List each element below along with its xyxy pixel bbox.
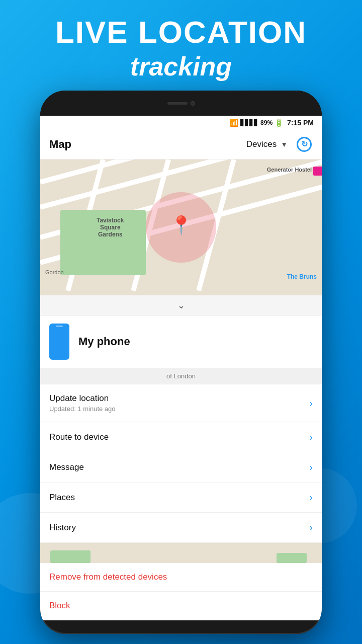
- remove-device-label: Remove from detected devices: [49, 572, 167, 582]
- device-card: My phone: [40, 315, 322, 368]
- phone-frame: 📶 ▋▋▋▋ 89% 🔋 7:15 PM Map Devices ▼ ↻: [40, 91, 322, 634]
- battery-percent: 89%: [260, 119, 273, 126]
- dropdown-arrow-icon[interactable]: ▼: [281, 140, 288, 148]
- chevron-right-icon: ›: [309, 397, 313, 409]
- remove-device-item[interactable]: Remove from detected devices: [40, 563, 322, 592]
- places-label: Places: [49, 493, 75, 503]
- location-text: of London: [166, 372, 196, 380]
- update-location-sub: Updated: 1 minute ago: [49, 405, 116, 413]
- message-label: Message: [49, 462, 84, 472]
- devices-label: Devices: [246, 139, 277, 149]
- app-bar-right: Devices ▼ ↻: [246, 136, 313, 153]
- map-label-brunst: The Bruns: [287, 273, 317, 280]
- map-pink-badge: [313, 167, 322, 176]
- history-label: History: [49, 523, 76, 533]
- device-phone-icon: [49, 324, 69, 360]
- block-item[interactable]: Block: [40, 592, 322, 620]
- status-bar: 📶 ▋▋▋▋ 89% 🔋 7:15 PM: [40, 116, 322, 130]
- map-green-area: [50, 550, 90, 563]
- map-green-area-2: [277, 553, 307, 563]
- battery-icon: 🔋: [275, 119, 283, 127]
- location-strip: of London: [40, 368, 322, 384]
- map-label-hostel: Generator Hostel: [267, 167, 312, 173]
- chevron-right-icon: ›: [309, 522, 313, 533]
- update-location-item[interactable]: Update location Updated: 1 minute ago ›: [40, 384, 322, 422]
- phone-notch: [151, 98, 211, 108]
- map-area: 📍 Generator Hostel Tavistock Square Gard…: [40, 159, 322, 295]
- status-time: 7:15 PM: [287, 119, 314, 127]
- speaker: [167, 102, 188, 105]
- chevron-right-icon: ›: [309, 461, 313, 473]
- message-item[interactable]: Message ›: [40, 452, 322, 482]
- location-pin-icon: 📍: [170, 215, 193, 236]
- route-to-device-label: Route to device: [49, 432, 109, 442]
- menu-item-left: Places: [49, 493, 75, 503]
- app-title: Map: [49, 138, 71, 151]
- places-item[interactable]: Places ›: [40, 482, 322, 513]
- front-camera: [191, 101, 195, 106]
- update-location-label: Update location: [49, 393, 116, 404]
- header-section: LIVE LOCATION tracking: [0, 0, 362, 92]
- header-subtitle: tracking: [10, 51, 352, 82]
- status-icons: 📶 ▋▋▋▋ 89% 🔋 7:15 PM: [230, 119, 314, 127]
- chevron-right-icon: ›: [309, 431, 313, 443]
- chevron-right-icon: ›: [309, 492, 313, 503]
- route-to-device-item[interactable]: Route to device ›: [40, 422, 322, 452]
- menu-item-left: Update location Updated: 1 minute ago: [49, 393, 116, 413]
- device-name-label: My phone: [78, 335, 130, 348]
- menu-item-left: Block: [49, 601, 70, 611]
- block-label: Block: [49, 601, 70, 611]
- refresh-button[interactable]: ↻: [296, 136, 313, 153]
- app-bar: Map Devices ▼ ↻: [40, 130, 322, 159]
- menu-item-left: Message: [49, 462, 84, 472]
- menu-item-left: History: [49, 523, 76, 533]
- map-label-gordon: Gordon: [45, 269, 64, 275]
- collapse-panel-button[interactable]: ⌄: [40, 295, 322, 315]
- history-item[interactable]: History ›: [40, 513, 322, 543]
- header-title: LIVE LOCATION: [10, 15, 352, 49]
- phone-top-bar: [40, 91, 322, 116]
- bottom-map-strip: [40, 543, 322, 563]
- refresh-icon: ↻: [297, 137, 312, 152]
- signal-icon: ▋▋▋▋: [240, 119, 258, 126]
- wifi-icon: 📶: [230, 119, 238, 127]
- map-label-gardens: Tavistock Square Gardens: [97, 217, 124, 238]
- chevron-down-icon: ⌄: [177, 300, 185, 311]
- menu-item-left: Route to device: [49, 432, 109, 442]
- menu-item-left: Remove from detected devices: [49, 572, 167, 582]
